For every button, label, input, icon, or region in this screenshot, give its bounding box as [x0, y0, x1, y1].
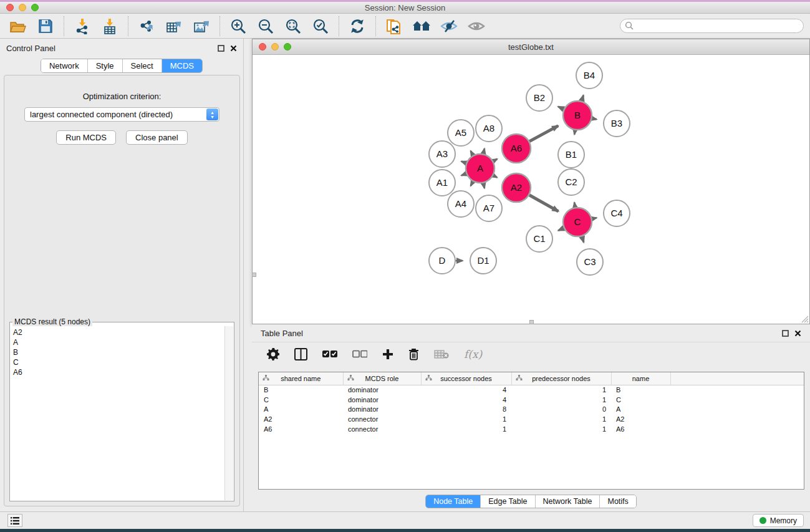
graph-node-A4[interactable]: A4: [448, 191, 474, 217]
list-item[interactable]: C: [13, 357, 222, 367]
graph-edge[interactable]: [461, 173, 466, 175]
export-image-icon[interactable]: [192, 17, 211, 36]
graph-node-A8[interactable]: A8: [476, 115, 502, 142]
function-icon[interactable]: f(x): [464, 348, 482, 360]
graph-node-D[interactable]: D: [429, 248, 455, 274]
graph-edge[interactable]: [483, 148, 485, 153]
tab-motifs[interactable]: Motifs: [599, 495, 635, 508]
list-scrollbar[interactable]: [224, 326, 233, 500]
canvas-handle-left[interactable]: [252, 273, 256, 277]
graph-edge[interactable]: [558, 107, 564, 109]
import-network-icon[interactable]: [73, 17, 92, 36]
graph-node-C3[interactable]: C3: [577, 249, 603, 275]
graph-edge[interactable]: [493, 159, 497, 161]
export-network-icon[interactable]: [137, 17, 156, 36]
table-row[interactable]: Adominator80A: [259, 405, 804, 415]
graph-node-A5[interactable]: A5: [448, 120, 474, 146]
graph-node-A6[interactable]: A6: [502, 134, 531, 163]
tab-node-table[interactable]: Node Table: [426, 495, 480, 508]
list-item[interactable]: A: [13, 337, 222, 347]
graph-edge[interactable]: [558, 228, 564, 231]
memory-button[interactable]: Memory: [753, 514, 804, 527]
graph-edge[interactable]: [529, 195, 559, 211]
graph-edge[interactable]: [582, 236, 584, 243]
graph-edge[interactable]: [574, 130, 575, 135]
graph-node-A1[interactable]: A1: [429, 170, 455, 196]
table-row[interactable]: Cdominator41C: [259, 395, 804, 405]
graph-edge[interactable]: [461, 162, 466, 163]
tab-edge-table[interactable]: Edge Table: [480, 495, 534, 508]
zoom-selected-icon[interactable]: [311, 17, 330, 36]
refresh-icon[interactable]: [348, 17, 367, 36]
graph-edge[interactable]: [574, 203, 575, 208]
import-table-icon[interactable]: [100, 17, 119, 36]
graph-node-B[interactable]: B: [563, 101, 592, 130]
graph-node-A[interactable]: A: [466, 154, 494, 183]
close-panel-button[interactable]: Close panel: [126, 130, 188, 145]
graph-edge[interactable]: [471, 181, 473, 186]
graph-edge[interactable]: [529, 126, 558, 142]
show-selected-icon[interactable]: [467, 17, 486, 36]
graph-node-B4[interactable]: B4: [576, 62, 602, 89]
deselect-all-icon[interactable]: [352, 350, 367, 358]
show-panels-button[interactable]: [7, 514, 22, 527]
node-table[interactable]: shared name MCDS role successor nodes pr…: [258, 372, 804, 490]
network-canvas[interactable]: B4B2BB3A8A5A6A3B1AC2A1A2A4A7C4CC1DD1C3: [253, 55, 809, 324]
graph-edge[interactable]: [582, 95, 584, 101]
zoom-fit-icon[interactable]: [284, 17, 302, 36]
tab-style[interactable]: Style: [87, 59, 122, 72]
optimization-criterion-select[interactable]: largest connected component (directed) ▲…: [24, 107, 219, 122]
graph-node-A2[interactable]: A2: [502, 173, 531, 202]
float-panel-icon[interactable]: [218, 45, 224, 52]
table-row[interactable]: A6connector11A6: [259, 424, 804, 434]
select-all-icon[interactable]: [322, 350, 337, 358]
graph-edge[interactable]: [493, 175, 497, 177]
graph-node-B3[interactable]: B3: [604, 110, 630, 137]
table-row[interactable]: Bdominator41B: [259, 385, 804, 395]
close-panel-icon[interactable]: [794, 330, 801, 337]
zoom-out-icon[interactable]: [256, 17, 275, 36]
clone-network-icon[interactable]: [385, 17, 403, 36]
graph-node-B1[interactable]: B1: [558, 142, 584, 168]
delete-icon[interactable]: [408, 348, 419, 360]
save-session-icon[interactable]: [36, 17, 55, 36]
table-row[interactable]: A2connector11A2: [259, 414, 804, 424]
run-mcds-button[interactable]: Run MCDS: [56, 130, 116, 145]
graph-edge[interactable]: [592, 218, 596, 219]
export-table-icon[interactable]: [165, 17, 183, 36]
ndex-home-icon[interactable]: [412, 17, 431, 36]
tab-mcds[interactable]: MCDS: [162, 59, 202, 72]
add-icon[interactable]: [382, 349, 393, 360]
zoom-in-icon[interactable]: [229, 17, 248, 36]
graph-node-B2[interactable]: B2: [526, 85, 552, 111]
tab-select[interactable]: Select: [122, 59, 162, 72]
list-item[interactable]: B: [13, 347, 222, 357]
search-input[interactable]: [620, 19, 804, 33]
gear-icon[interactable]: [267, 348, 279, 360]
network-graph[interactable]: B4B2BB3A8A5A6A3B1AC2A1A2A4A7C4CC1DD1C3: [253, 55, 809, 324]
graph-node-C4[interactable]: C4: [604, 200, 630, 226]
tab-network[interactable]: Network: [41, 59, 87, 72]
resize-grip-icon[interactable]: [800, 314, 809, 323]
graph-node-C2[interactable]: C2: [558, 169, 584, 195]
graph-node-C[interactable]: C: [563, 208, 592, 236]
graph-node-C1[interactable]: C1: [526, 226, 552, 252]
open-session-icon[interactable]: [9, 17, 27, 36]
mcds-result-list[interactable]: A2ABCA6: [11, 326, 224, 500]
table-header-row[interactable]: shared name MCDS role successor nodes pr…: [259, 372, 804, 385]
graph-node-A3[interactable]: A3: [429, 141, 455, 167]
list-item[interactable]: A2: [13, 327, 222, 337]
hide-selected-icon[interactable]: [440, 17, 458, 36]
list-item[interactable]: A6: [13, 367, 222, 377]
graph-edge[interactable]: [592, 118, 597, 119]
columns-icon[interactable]: [294, 348, 307, 360]
graph-node-D1[interactable]: D1: [470, 248, 496, 274]
graph-node-A7[interactable]: A7: [476, 195, 502, 221]
graph-edge[interactable]: [483, 183, 485, 188]
float-panel-icon[interactable]: [782, 330, 789, 337]
graph-edge[interactable]: [471, 151, 473, 155]
table-delete-icon[interactable]: [434, 349, 449, 359]
close-panel-icon[interactable]: [230, 45, 237, 52]
canvas-handle-bottom[interactable]: [529, 320, 534, 324]
network-window-titlebar[interactable]: testGlobe.txt: [253, 39, 809, 55]
